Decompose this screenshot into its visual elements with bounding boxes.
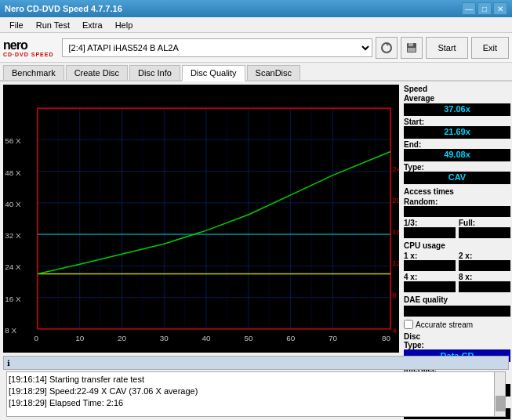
logo: nero CD·DVD SPEED xyxy=(3,38,54,57)
speed-label: Speed xyxy=(404,85,510,93)
cpu2x-value xyxy=(459,260,510,271)
tab-scan-disc[interactable]: ScanDisc xyxy=(247,65,300,80)
end-col: End: 49.08x xyxy=(404,140,510,161)
log-entry-1: [19:18:29] Speed:22-49 X CAV (37.06 X av… xyxy=(9,386,503,397)
svg-text:50: 50 xyxy=(244,334,252,342)
average-value: 37.06x xyxy=(404,103,510,116)
window-title: Nero CD-DVD Speed 4.7.7.16 xyxy=(5,4,122,13)
log-area[interactable]: [19:16:14] Starting transfer rate test [… xyxy=(6,371,506,417)
chart-area: 8 X 16 X 24 X 32 X 40 X 48 X 56 X 0 10 2… xyxy=(3,85,399,353)
svg-text:8: 8 xyxy=(392,291,397,299)
title-bar: Nero CD-DVD Speed 4.7.7.16 — □ ✕ xyxy=(0,0,512,17)
toolbar: nero CD·DVD SPEED [2:4] ATAPI iHAS524 B … xyxy=(0,33,512,63)
type-row: Type: CAV xyxy=(404,163,510,184)
onethird-value xyxy=(404,227,456,238)
dae-value xyxy=(404,306,510,317)
save-button[interactable] xyxy=(401,37,423,59)
random-col: Random: xyxy=(404,197,510,217)
type-label: Type: xyxy=(404,163,510,172)
full-value xyxy=(459,227,510,238)
minimize-button[interactable]: — xyxy=(462,2,476,15)
svg-text:10: 10 xyxy=(75,334,84,342)
random-label: Random: xyxy=(404,197,510,206)
disc-type-sub: Type: xyxy=(404,341,510,349)
logo-sub: CD·DVD SPEED xyxy=(3,52,54,57)
main-content: 8 X 16 X 24 X 32 X 40 X 48 X 56 X 0 10 2… xyxy=(0,81,512,356)
chart-svg: 8 X 16 X 24 X 32 X 40 X 48 X 56 X 0 10 2… xyxy=(3,85,399,353)
menu-help[interactable]: Help xyxy=(109,19,140,31)
average-label: Average xyxy=(404,94,510,103)
dae-header: DAE quality xyxy=(404,295,510,304)
svg-text:40: 40 xyxy=(202,334,211,342)
cpu1x-label: 1 x: xyxy=(404,252,456,260)
menu-file[interactable]: File xyxy=(3,19,30,31)
window-controls[interactable]: — □ ✕ xyxy=(462,2,507,15)
speed-section: Speed Average 37.06x xyxy=(404,85,510,116)
svg-text:32 X: 32 X xyxy=(5,232,21,241)
refresh-button[interactable] xyxy=(376,37,398,59)
access-header: Access times xyxy=(404,187,510,196)
svg-text:56 X: 56 X xyxy=(5,137,21,146)
end-label: End: xyxy=(404,140,510,149)
cpu2x-label: 2 x: xyxy=(459,252,510,260)
cpu4x-label: 4 x: xyxy=(404,273,456,281)
drive-selector[interactable]: [2:4] ATAPI iHAS524 B AL2A xyxy=(62,38,373,57)
accurate-label: Accurate xyxy=(416,320,446,329)
svg-text:nero: nero xyxy=(3,38,28,52)
tab-benchmark[interactable]: Benchmark xyxy=(3,65,64,80)
svg-text:20: 20 xyxy=(118,334,126,342)
log-icon: ℹ xyxy=(7,359,10,368)
cpu8x-label: 8 x: xyxy=(459,273,510,281)
menu-bar: File Run Test Extra Help xyxy=(0,17,512,33)
end-row: End: 49.08x xyxy=(404,140,510,161)
log-entry-0: [19:16:14] Starting transfer rate test xyxy=(9,374,503,386)
start-col: Start: 21.69x xyxy=(404,118,510,139)
tab-bar: Benchmark Create Disc Disc Info Disc Qua… xyxy=(0,63,512,81)
menu-run-test[interactable]: Run Test xyxy=(30,19,76,31)
full-label: Full: xyxy=(459,219,510,227)
tab-create-disc[interactable]: Create Disc xyxy=(66,65,128,80)
disc-type-label: Disc xyxy=(404,332,510,341)
svg-text:4: 4 xyxy=(392,326,397,335)
cpu4x-value xyxy=(404,281,456,292)
svg-text:40 X: 40 X xyxy=(5,200,21,208)
onethird-label: 1/3: xyxy=(404,219,456,227)
end-value: 49.08x xyxy=(404,149,510,161)
start-end-row: Start: 21.69x xyxy=(404,118,510,139)
cpu-header: CPU usage xyxy=(404,241,510,250)
type-col: Type: CAV xyxy=(404,163,510,184)
scrollbar-thumb[interactable] xyxy=(496,396,505,411)
tab-disc-quality[interactable]: Disc Quality xyxy=(182,65,245,81)
svg-text:70: 70 xyxy=(329,334,337,342)
close-button[interactable]: ✕ xyxy=(493,2,507,15)
svg-text:80: 80 xyxy=(382,334,390,342)
svg-rect-4 xyxy=(408,48,416,52)
cpu8x-value xyxy=(459,281,510,292)
svg-text:20: 20 xyxy=(392,196,399,205)
right-panel: Speed Average 37.06x Start: 21.69x End: … xyxy=(402,81,512,356)
start-button[interactable]: Start xyxy=(426,37,467,59)
svg-text:48 X: 48 X xyxy=(5,168,21,177)
accurate-stream-checkbox[interactable] xyxy=(404,320,413,329)
accurate-stream-row: Accurate stream xyxy=(404,320,510,329)
start-label: Start: xyxy=(404,118,510,126)
stream-label: stream xyxy=(448,320,473,329)
log-entry-2: [19:18:29] Elapsed Time: 2:16 xyxy=(9,397,503,409)
svg-text:30: 30 xyxy=(160,334,169,342)
exit-button[interactable]: Exit xyxy=(471,37,509,59)
cpu1x-value xyxy=(404,260,456,271)
type-value: CAV xyxy=(404,172,510,184)
maximize-button[interactable]: □ xyxy=(478,2,492,15)
svg-text:24 X: 24 X xyxy=(5,263,21,272)
svg-text:24: 24 xyxy=(392,165,399,173)
svg-text:8 X: 8 X xyxy=(5,326,17,335)
svg-text:16: 16 xyxy=(392,228,399,237)
tab-disc-info[interactable]: Disc Info xyxy=(129,65,180,80)
start-value: 21.69x xyxy=(404,126,510,139)
log-header: ℹ xyxy=(3,356,509,370)
svg-rect-3 xyxy=(409,43,413,46)
menu-extra[interactable]: Extra xyxy=(76,19,109,31)
log-scrollbar[interactable] xyxy=(494,372,505,416)
svg-text:12: 12 xyxy=(392,259,399,268)
access-row: Random: xyxy=(404,197,510,217)
